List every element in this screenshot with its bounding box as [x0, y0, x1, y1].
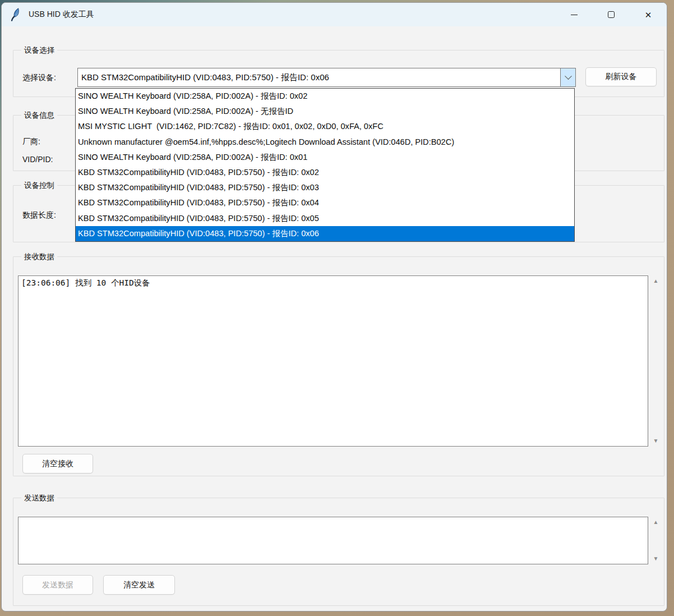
dropdown-item[interactable]: KBD STM32CompatibilityHID (VID:0483, PID…: [76, 165, 574, 180]
dropdown-item-selected[interactable]: KBD STM32CompatibilityHID (VID:0483, PID…: [76, 226, 574, 241]
scroll-up-icon[interactable]: ▲: [653, 278, 659, 284]
send-group-label: 发送数据: [21, 493, 57, 504]
device-combobox[interactable]: KBD STM32CompatibilityHID (VID:0483, PID…: [77, 68, 576, 87]
data-length-label: 数据长度:: [22, 210, 56, 220]
combobox-dropdown-button[interactable]: [560, 68, 575, 86]
vid-pid-label: VID/PID:: [22, 155, 53, 164]
app-window: USB HID 收发工具 ✕ 设备选择 选择设备: KBD STM32Compa…: [1, 2, 667, 612]
receive-text-area[interactable]: [23:06:06] 找到 10 个HID设备: [18, 275, 648, 447]
dropdown-item[interactable]: KBD STM32CompatibilityHID (VID:0483, PID…: [76, 211, 574, 226]
device-select-group-label: 设备选择: [21, 45, 57, 56]
chevron-down-icon: [565, 72, 572, 80]
scroll-up-icon[interactable]: ▲: [653, 520, 659, 525]
close-icon: ✕: [645, 11, 652, 19]
send-data-button[interactable]: 发送数据: [22, 575, 93, 595]
dropdown-item[interactable]: KBD STM32CompatibilityHID (VID:0483, PID…: [76, 180, 574, 195]
scroll-down-icon[interactable]: ▼: [653, 438, 659, 444]
title-bar[interactable]: USB HID 收发工具 ✕: [2, 3, 667, 26]
receive-scrollbar[interactable]: ▲ ▼: [648, 275, 663, 447]
screen: USB HID 收发工具 ✕ 设备选择 选择设备: KBD STM32Compa…: [0, 0, 674, 616]
send-scrollbar[interactable]: ▲ ▼: [648, 517, 663, 564]
send-text-pane: ▲ ▼: [18, 517, 663, 564]
receive-group-label: 接收数据: [21, 251, 57, 263]
manufacturer-label: 厂商:: [22, 137, 40, 147]
window-title: USB HID 收发工具: [29, 10, 94, 20]
clear-receive-button[interactable]: 清空接收: [22, 454, 93, 474]
minimize-icon: [571, 15, 578, 15]
minimize-button[interactable]: [556, 3, 593, 26]
refresh-devices-button[interactable]: 刷新设备: [585, 67, 657, 86]
device-combobox-value[interactable]: KBD STM32CompatibilityHID (VID:0483, PID…: [78, 68, 560, 86]
clear-send-button[interactable]: 清空发送: [103, 575, 175, 595]
device-info-group-label: 设备信息: [21, 110, 57, 121]
select-device-label: 选择设备:: [22, 73, 56, 83]
dropdown-item[interactable]: MSI MYSTIC LIGHT (VID:1462, PID:7C82) - …: [76, 119, 574, 134]
dropdown-item[interactable]: KBD STM32CompatibilityHID (VID:0483, PID…: [76, 195, 574, 210]
scroll-down-icon[interactable]: ▼: [653, 556, 659, 562]
dropdown-item[interactable]: SINO WEALTH Keyboard (VID:258A, PID:002A…: [76, 150, 574, 165]
receive-data-group: 接收数据 [23:06:06] 找到 10 个HID设备 ▲ ▼ 清空接收: [13, 256, 664, 476]
dropdown-item[interactable]: SINO WEALTH Keyboard (VID:258A, PID:002A…: [76, 89, 574, 104]
send-text-area[interactable]: [18, 517, 648, 564]
dropdown-item[interactable]: Unknown manufacturer @oem54.inf,%hpps.de…: [76, 135, 574, 150]
window-controls: ✕: [556, 3, 667, 26]
device-control-group-label: 设备控制: [21, 180, 57, 191]
close-button[interactable]: ✕: [630, 3, 667, 26]
maximize-icon: [608, 11, 615, 18]
dropdown-item[interactable]: SINO WEALTH Keyboard (VID:258A, PID:002A…: [76, 104, 574, 119]
tk-feather-icon: [11, 8, 22, 21]
device-dropdown-list: SINO WEALTH Keyboard (VID:258A, PID:002A…: [75, 88, 575, 242]
receive-text-pane: [23:06:06] 找到 10 个HID设备 ▲ ▼: [18, 275, 663, 447]
send-data-group: 发送数据 ▲ ▼ 发送数据 清空发送: [13, 498, 664, 606]
maximize-button[interactable]: [593, 3, 630, 26]
